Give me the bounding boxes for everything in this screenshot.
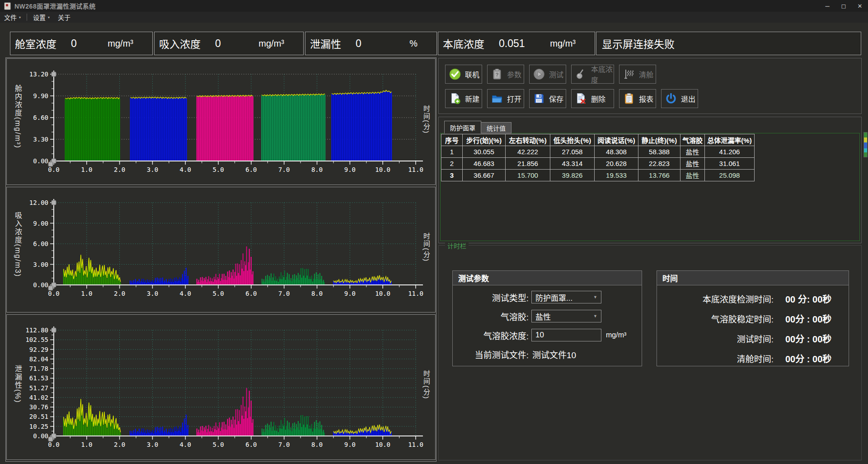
toolbar-button-folder-open[interactable]: 打开 (487, 89, 524, 108)
table-cell: 1 (441, 146, 463, 158)
menu-separator (27, 14, 27, 21)
toolbar-button-label: 删除 (591, 93, 605, 104)
svg-text:12.00: 12.00 (29, 199, 48, 206)
table-cell: 19.533 (595, 170, 638, 181)
svg-text:30.76: 30.76 (29, 403, 48, 411)
toolbar-button-label: 测试 (549, 69, 563, 80)
table-header-row: 序号步行(始)(%)左右转动(%)低头抬头(%)阅读说话(%)静止(终)(%)气… (441, 134, 755, 146)
readout-inhale-concentration: 吸入浓度0mg/m³ (154, 32, 304, 55)
inhale-concentration-chart: 0.003.006.009.0012.000.01.02.03.04.05.06… (7, 187, 435, 312)
svg-text:1.0: 1.0 (81, 290, 92, 297)
svg-text:13.20: 13.20 (29, 71, 48, 78)
side-scrollbar[interactable] (863, 132, 868, 157)
param-label: 当前测试文件: (453, 348, 529, 360)
toolbar-button-fan-purge[interactable]: 清舱 (619, 65, 656, 84)
leakage-chart-segment-turn (130, 415, 188, 436)
menu-item-file[interactable]: 文件▾ (0, 12, 25, 23)
cabin-concentration-chart-segment-turn (131, 97, 187, 161)
toolbar-button-label: 报表 (639, 93, 653, 104)
tab-statistics[interactable]: 统计值 (481, 122, 511, 133)
readout-value: 0 (71, 38, 77, 50)
cabin-concentration-chart-panel: 0.003.306.609.9013.200.01.02.03.04.05.06… (6, 58, 436, 185)
param-combo-aerosol[interactable]: 盐性▼ (531, 310, 601, 322)
svg-text:0.0: 0.0 (48, 441, 59, 448)
svg-text:3.30: 3.30 (33, 136, 48, 143)
toolbar-button-check-online[interactable]: 联机 (445, 65, 482, 84)
time-value: 00分 : 00秒 (785, 352, 831, 365)
svg-text:8.0: 8.0 (311, 441, 323, 448)
leakage-chart-time-axis-title: 时间(分) (422, 370, 431, 399)
svg-text:2.0: 2.0 (114, 166, 125, 173)
close-button[interactable]: ✕ (852, 0, 868, 12)
svg-text:6.60: 6.60 (33, 114, 48, 121)
readout-value: 0.051 (499, 38, 525, 50)
menu-item-settings[interactable]: 设置▾ (29, 12, 54, 23)
table-cell: 27.058 (550, 146, 595, 158)
time-label: 测试时间: (657, 332, 774, 345)
toolbar-button-label: 清舱 (639, 69, 653, 80)
menu-item-about[interactable]: 关于 (54, 12, 75, 23)
svg-text:3.0: 3.0 (147, 290, 158, 297)
window-title: NW268面罩泄漏性测试系统 (14, 1, 96, 10)
table-header-cell[interactable]: 阅读说话(%) (595, 134, 638, 146)
toolbar-button-file-new[interactable]: 新建 (445, 89, 482, 108)
table-row[interactable]: 130.05542.22227.05848.30858.388盐性41.206 (441, 146, 755, 158)
toolbar-button-power-exit[interactable]: 退出 (661, 89, 698, 108)
cabin-concentration-chart-segment-read-speak (262, 94, 325, 161)
toolbar-button-label: 退出 (681, 93, 695, 104)
title-bar: NW268面罩泄漏性测试系统 ─◻✕ (0, 0, 868, 12)
svg-text:6.0: 6.0 (245, 166, 257, 173)
table-cell: 2 (441, 158, 463, 170)
svg-text:1.0: 1.0 (81, 166, 92, 173)
time-panel: 时间 本底浓度检测时间:00 分: 00秒气溶胶稳定时间:00分 : 00秒测试… (657, 270, 849, 366)
svg-text:2.0: 2.0 (114, 441, 125, 448)
table-cell: 48.308 (595, 146, 638, 158)
input-unit: mg/m³ (606, 331, 626, 339)
table-row[interactable]: 246.68321.85643.31420.62822.823盐性31.061 (441, 158, 755, 170)
param-combo-test-type[interactable]: 防护面罩...▼ (531, 291, 601, 303)
charts-column: 0.003.306.609.9013.200.01.02.03.04.05.06… (5, 57, 436, 462)
time-label: 清舱时间: (657, 352, 774, 365)
svg-text:71.78: 71.78 (29, 365, 48, 372)
svg-text:92.29: 92.29 (29, 346, 48, 353)
toolbar-button-clipboard-question[interactable]: ?参数 (487, 65, 524, 84)
status-message-box: 显示屏连接失败 (596, 32, 861, 55)
time-row: 气溶胶稳定时间:00分 : 00秒 (657, 312, 849, 325)
tab-protective-mask[interactable]: 防护面罩 (444, 121, 481, 133)
svg-text:1.0: 1.0 (81, 441, 92, 448)
param-row: 气溶胶:盐性▼ (453, 309, 642, 323)
toolbar-button-play[interactable]: 测试 (529, 65, 566, 84)
toolbar-button-floppy-save[interactable]: 保存 (529, 89, 566, 108)
table-cell: 盐性 (680, 170, 705, 181)
aerosol-concentration-input[interactable]: 10 (531, 329, 601, 341)
table-cell: 58.388 (638, 146, 680, 158)
svg-text:8.0: 8.0 (311, 166, 323, 173)
table-header-cell[interactable]: 静止(终)(%) (638, 134, 680, 146)
minimize-button[interactable]: ─ (819, 0, 835, 12)
table-header-cell[interactable]: 气溶胶 (680, 134, 705, 146)
leakage-chart-segment-read-speak (262, 415, 324, 436)
toolbar-button-file-delete[interactable]: 删除 (571, 89, 614, 108)
time-label: 气溶胶稳定时间: (657, 312, 774, 325)
table-header-cell[interactable]: 总体泄漏率(%) (705, 134, 755, 146)
table-header-cell[interactable]: 序号 (441, 134, 463, 146)
table-header-cell[interactable]: 步行(始)(%) (463, 134, 506, 146)
table-cell: 43.314 (550, 158, 595, 170)
svg-text:2.0: 2.0 (114, 290, 125, 297)
svg-text:0.0: 0.0 (48, 290, 59, 297)
table-cell: 31.061 (705, 158, 755, 170)
svg-text:9.0: 9.0 (344, 441, 356, 448)
maximize-button[interactable]: ◻ (835, 0, 852, 12)
current-test-file-value: 测试文件10 (532, 348, 576, 360)
param-row: 气溶胶浓度:10mg/m³ (453, 328, 642, 342)
svg-text:3.0: 3.0 (147, 441, 158, 448)
toolbar-button-report[interactable]: 报表 (619, 89, 656, 108)
test-params-panel: 测试参数 测试类型:防护面罩...▼气溶胶:盐性▼气溶胶浓度:10mg/m³当前… (452, 270, 642, 366)
test-params-title: 测试参数 (453, 271, 642, 285)
table-row[interactable]: 336.66715.70039.82619.53313.766盐性25.098 (441, 170, 755, 181)
table-header-cell[interactable]: 左右转动(%) (506, 134, 550, 146)
readout-label: 泄漏性 (305, 36, 341, 51)
table-header-cell[interactable]: 低头抬头(%) (550, 134, 595, 146)
param-row: 测试类型:防护面罩...▼ (453, 290, 642, 304)
toolbar-button-probe[interactable]: 本底浓度 (571, 65, 614, 84)
